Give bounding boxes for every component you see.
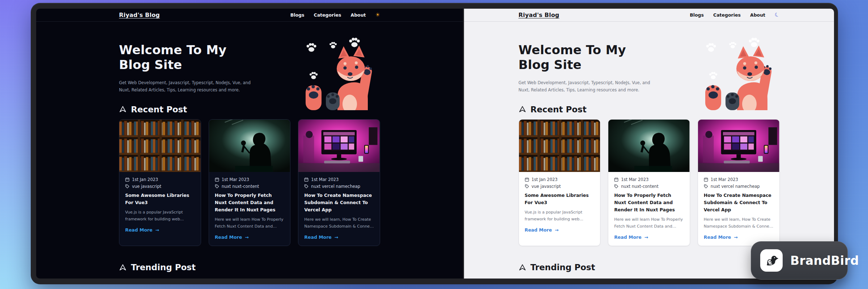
section-title: Recent Post bbox=[131, 105, 187, 114]
triangle-up-outline-icon bbox=[119, 264, 127, 271]
nav-item-categories[interactable]: Categories bbox=[314, 12, 341, 18]
post-tags: vue javascript bbox=[532, 184, 561, 189]
post-image-neon-desk bbox=[298, 120, 380, 172]
recent-posts-row: 1st Jan 2023 vue javascript Some Awesome… bbox=[519, 119, 780, 246]
calendar-icon bbox=[525, 177, 529, 182]
gradient-background: Riyad's Blog Blogs Categories About ☀ We… bbox=[0, 0, 868, 289]
blog-page-dark-mode: Riyad's Blog Blogs Categories About ☀ We… bbox=[36, 9, 463, 279]
recent-posts-row: 1st Jan 2023 vue javascript Some Awesome… bbox=[119, 119, 380, 246]
hero-title: Welcome To My Blog Site bbox=[119, 43, 238, 73]
calendar-icon bbox=[304, 177, 309, 182]
post-tags: nuxt vercel namecheap bbox=[311, 184, 360, 189]
bird-icon bbox=[763, 252, 780, 269]
tag-icon bbox=[304, 184, 309, 189]
post-card[interactable]: 1st Mar 2023 nuxt nuxt-content How To Pr… bbox=[209, 119, 291, 246]
arrow-right-icon: → bbox=[644, 234, 648, 240]
hero-title: Welcome To My Blog Site bbox=[519, 43, 638, 73]
post-image-podcaster-silhouette bbox=[209, 120, 290, 172]
navbar: Riyad's Blog Blogs Categories About ☾ bbox=[464, 9, 834, 22]
trending-post-heading: Trending Post bbox=[519, 263, 780, 272]
calendar-icon bbox=[614, 177, 618, 182]
brand-link[interactable]: Riyad's Blog bbox=[519, 12, 559, 18]
post-tags: nuxt vercel namecheap bbox=[711, 184, 760, 189]
post-date: 1st Mar 2023 bbox=[711, 177, 738, 182]
triangle-up-outline-icon bbox=[519, 264, 526, 271]
brand-link[interactable]: Riyad's Blog bbox=[119, 12, 160, 18]
post-excerpt: Here we will learn How To Properly Fetch… bbox=[215, 216, 285, 230]
section-title: Recent Post bbox=[531, 105, 587, 114]
post-date: 1st Mar 2023 bbox=[222, 177, 249, 182]
post-card[interactable]: 1st Jan 2023 vue javascript Some Awesome… bbox=[119, 119, 201, 246]
tag-icon bbox=[215, 184, 219, 189]
post-tags: nuxt nuxt-content bbox=[621, 184, 659, 189]
blog-page-light-mode: Riyad's Blog Blogs Categories About ☾ We… bbox=[464, 9, 834, 279]
brandbird-badge: BrandBird bbox=[751, 241, 848, 280]
arrow-right-icon: → bbox=[734, 234, 737, 240]
post-title[interactable]: How To Create Namespace Subdomain & Conn… bbox=[704, 192, 774, 213]
nav-item-blogs[interactable]: Blogs bbox=[290, 12, 305, 18]
moon-icon[interactable]: ☾ bbox=[774, 12, 780, 18]
post-date: 1st Jan 2023 bbox=[132, 177, 158, 182]
post-card[interactable]: 1st Mar 2023 nuxt vercel namecheap How T… bbox=[698, 119, 780, 246]
post-image-podcaster-silhouette bbox=[608, 120, 690, 172]
arrow-right-icon: → bbox=[156, 227, 159, 233]
post-card[interactable]: 1st Mar 2023 nuxt nuxt-content How To Pr… bbox=[608, 119, 690, 246]
page-main: Welcome To My Blog Site Get Web Developm… bbox=[119, 43, 380, 272]
post-tags: vue javascript bbox=[132, 184, 161, 189]
navbar: Riyad's Blog Blogs Categories About ☀ bbox=[36, 9, 463, 22]
section-title: Trending Post bbox=[531, 263, 595, 272]
nav-links: Blogs Categories About ☀ bbox=[290, 12, 380, 18]
shiba-dog-pawprints-illustration bbox=[295, 35, 372, 110]
nav-item-categories[interactable]: Categories bbox=[713, 12, 741, 18]
post-image-bookshelf bbox=[119, 120, 201, 172]
nav-item-blogs[interactable]: Blogs bbox=[690, 12, 704, 18]
read-more-link[interactable]: Read More→ bbox=[304, 234, 374, 240]
hero-description: Get Web Development, Javascript, Typescr… bbox=[119, 79, 259, 94]
read-more-link[interactable]: Read More→ bbox=[215, 234, 285, 240]
read-more-link[interactable]: Read More→ bbox=[525, 227, 595, 233]
post-title[interactable]: How To Properly Fetch Nuxt Content Data … bbox=[614, 192, 684, 213]
trending-post-heading: Trending Post bbox=[119, 263, 380, 272]
arrow-right-icon: → bbox=[245, 234, 248, 240]
post-title[interactable]: Some Awesome Libraries For Vue3 bbox=[525, 192, 595, 206]
post-tags: nuxt nuxt-content bbox=[222, 184, 259, 189]
calendar-icon bbox=[125, 177, 129, 182]
post-title[interactable]: How To Create Namespace Subdomain & Conn… bbox=[304, 192, 374, 213]
post-excerpt: Vue.js is a popular JavaScript framework… bbox=[125, 209, 195, 223]
post-date: 1st Mar 2023 bbox=[311, 177, 339, 182]
hero-section: Welcome To My Blog Site Get Web Developm… bbox=[119, 43, 380, 94]
post-image-bookshelf bbox=[519, 120, 600, 172]
tag-icon bbox=[614, 184, 618, 189]
brandbird-logo bbox=[760, 249, 783, 272]
triangle-up-outline-icon bbox=[119, 105, 127, 113]
tag-icon bbox=[704, 184, 708, 189]
page-main: Welcome To My Blog Site Get Web Developm… bbox=[519, 43, 780, 272]
read-more-link[interactable]: Read More→ bbox=[125, 227, 195, 233]
tag-icon bbox=[125, 184, 129, 189]
calendar-icon bbox=[215, 177, 219, 182]
nav-item-about[interactable]: About bbox=[350, 12, 366, 18]
read-more-link[interactable]: Read More→ bbox=[704, 234, 774, 240]
post-excerpt: Here we will learn, How To Create Namesp… bbox=[304, 216, 374, 230]
post-title[interactable]: How To Properly Fetch Nuxt Content Data … bbox=[215, 192, 285, 213]
read-more-link[interactable]: Read More→ bbox=[614, 234, 684, 240]
browser-window-mockup: Riyad's Blog Blogs Categories About ☀ We… bbox=[31, 3, 838, 284]
triangle-up-outline-icon bbox=[519, 105, 526, 113]
post-image-neon-desk bbox=[698, 120, 779, 172]
arrow-right-icon: → bbox=[335, 234, 338, 240]
post-card[interactable]: 1st Jan 2023 vue javascript Some Awesome… bbox=[519, 119, 601, 246]
post-excerpt: Vue.js is a popular JavaScript framework… bbox=[525, 209, 595, 223]
hero-description: Get Web Development, Javascript, Typescr… bbox=[519, 79, 658, 94]
brandbird-label: BrandBird bbox=[790, 254, 859, 268]
hero-section: Welcome To My Blog Site Get Web Developm… bbox=[519, 43, 780, 94]
post-title[interactable]: Some Awesome Libraries For Vue3 bbox=[125, 192, 195, 206]
shiba-dog-pawprints-illustration bbox=[695, 35, 772, 110]
arrow-right-icon: → bbox=[555, 227, 558, 233]
sun-icon[interactable]: ☀ bbox=[375, 12, 380, 18]
post-card[interactable]: 1st Mar 2023 nuxt vercel namecheap How T… bbox=[298, 119, 380, 246]
nav-links: Blogs Categories About ☾ bbox=[690, 12, 779, 18]
post-excerpt: Here we will learn How To Properly Fetch… bbox=[614, 216, 684, 230]
nav-item-about[interactable]: About bbox=[750, 12, 765, 18]
post-date: 1st Mar 2023 bbox=[621, 177, 648, 182]
post-date: 1st Jan 2023 bbox=[532, 177, 558, 182]
